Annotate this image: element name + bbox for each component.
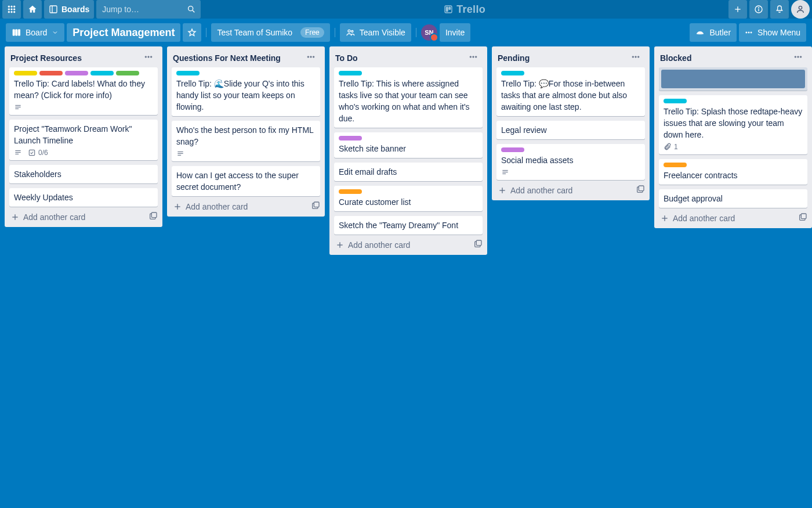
add-card-label: Add another card	[173, 202, 248, 211]
butler-button[interactable]: Butler	[690, 23, 737, 42]
label-teal[interactable]	[339, 71, 362, 75]
card-text: Sketch site banner	[339, 143, 478, 154]
board-title[interactable]: Project Management	[67, 23, 180, 42]
boards-button[interactable]: Boards	[44, 0, 94, 19]
member-avatar[interactable]: SN	[421, 24, 437, 41]
list-menu-button[interactable]	[790, 51, 806, 65]
card-template-icon[interactable]	[311, 201, 320, 212]
add-card-button[interactable]: Add another card	[329, 235, 487, 255]
add-card-button[interactable]: Add another card	[167, 196, 325, 217]
label-yellow[interactable]	[14, 71, 37, 75]
label-teal[interactable]	[90, 71, 114, 75]
list-menu-button[interactable]	[303, 51, 319, 65]
label-purple[interactable]	[65, 71, 88, 75]
card[interactable]: Freelancer contracts	[659, 159, 807, 185]
card-container: Trello Tip: 🌊Slide your Q's into this ha…	[167, 67, 325, 196]
label-purple[interactable]	[339, 136, 362, 140]
search-icon	[187, 5, 196, 14]
star-button[interactable]	[183, 23, 201, 42]
card[interactable]: Trello Tip: 🌊Slide your Q's into this ha…	[172, 67, 320, 116]
board-columns-icon	[12, 28, 21, 37]
card-template-icon[interactable]	[798, 212, 807, 224]
card-template-icon[interactable]	[148, 211, 158, 222]
user-icon	[796, 5, 805, 14]
card-container: Trello Tip: Splash those redtape-heavy i…	[654, 67, 812, 208]
card-text: Who's the best person to fix my HTML sna…	[176, 124, 316, 147]
card[interactable]: Sketch the "Teamy Dreamy" Font	[334, 216, 483, 235]
svg-point-46	[310, 56, 312, 58]
create-button[interactable]	[728, 0, 747, 19]
show-menu-button[interactable]: Show Menu	[739, 23, 806, 42]
card-text: Budget approval	[664, 193, 803, 204]
card-labels	[664, 163, 803, 167]
card-badges	[501, 168, 640, 176]
notifications-button[interactable]	[770, 0, 789, 19]
add-card-button[interactable]: Add another card	[654, 208, 812, 228]
label-orange[interactable]	[339, 189, 362, 194]
svg-point-6	[8, 11, 10, 13]
svg-point-7	[11, 11, 13, 13]
list-title[interactable]: Questions For Next Meeting	[173, 53, 281, 63]
chevron-down-icon	[52, 29, 59, 36]
label-teal[interactable]	[664, 99, 687, 103]
apps-button[interactable]	[2, 0, 21, 19]
card-labels	[501, 71, 640, 75]
info-button[interactable]	[749, 0, 768, 19]
card[interactable]: Sketch site banner	[334, 132, 483, 158]
list-title[interactable]: Pending	[498, 53, 530, 63]
visibility-chip[interactable]: Team Visible	[340, 23, 411, 42]
card-text: How can I get access to the super secret…	[176, 170, 316, 193]
card-text: Social media assets	[501, 154, 640, 166]
description-badge	[176, 150, 184, 158]
search-input[interactable]: Jump to…	[96, 0, 201, 19]
card[interactable]: Edit email drafts	[334, 163, 483, 181]
card[interactable]: Legal review	[496, 121, 645, 139]
svg-point-74	[800, 56, 802, 58]
card[interactable]: How can I get access to the super secret…	[172, 166, 320, 196]
card-template-icon[interactable]	[636, 185, 645, 196]
label-green[interactable]	[116, 71, 139, 75]
list-title[interactable]: Project Resources	[10, 53, 82, 63]
board-canvas: Project ResourcesTrello Tip: Card labels…	[0, 45, 812, 256]
card[interactable]: Project "Teamwork Dream Work" Launch Tim…	[9, 120, 158, 160]
card[interactable]: Weekly Updates	[9, 188, 158, 207]
account-avatar[interactable]	[791, 0, 810, 19]
card-composer[interactable]	[659, 67, 807, 91]
card-text: Legal review	[501, 124, 640, 136]
invite-button[interactable]: Invite	[440, 23, 470, 42]
trello-logo[interactable]: Trello	[203, 3, 726, 16]
list-menu-button[interactable]	[465, 51, 481, 65]
list-title[interactable]: Blocked	[660, 53, 691, 63]
card[interactable]: Trello Tip: This is where assigned tasks…	[334, 67, 483, 128]
card[interactable]: Social media assets	[496, 144, 645, 180]
card[interactable]: Trello Tip: 💬For those in-between tasks …	[496, 67, 645, 116]
card[interactable]: Who's the best person to fix my HTML sna…	[172, 121, 320, 161]
card[interactable]: Curate customer list	[334, 186, 483, 211]
card-labels	[339, 189, 478, 194]
list-title[interactable]: To Do	[335, 53, 358, 63]
label-red[interactable]	[39, 71, 63, 75]
attachment-badge: 1	[664, 143, 678, 151]
svg-point-64	[637, 56, 639, 58]
card-composer-input[interactable]	[661, 70, 805, 88]
list-menu-button[interactable]	[628, 51, 644, 65]
card[interactable]: Stakeholders	[9, 165, 158, 183]
add-card-button[interactable]: Add another card	[5, 207, 162, 227]
svg-rect-15	[449, 7, 451, 10]
separator	[416, 28, 416, 37]
card[interactable]: Trello Tip: Card labels! What do they me…	[9, 67, 158, 115]
list-menu-button[interactable]	[140, 51, 157, 65]
team-chip[interactable]: Test Team of Sumiko Free	[211, 23, 329, 42]
home-icon	[28, 5, 37, 14]
add-card-button[interactable]: Add another card	[492, 180, 650, 200]
label-orange[interactable]	[664, 163, 687, 167]
label-teal[interactable]	[176, 71, 200, 75]
card-template-icon[interactable]	[473, 239, 483, 250]
board-view-switch[interactable]: Board	[6, 23, 64, 42]
card[interactable]: Budget approval	[659, 189, 807, 208]
card[interactable]: Trello Tip: Splash those redtape-heavy i…	[659, 95, 807, 154]
label-teal[interactable]	[501, 71, 524, 75]
description-badge	[14, 149, 22, 157]
label-purple[interactable]	[501, 147, 524, 152]
home-button[interactable]	[23, 0, 42, 19]
